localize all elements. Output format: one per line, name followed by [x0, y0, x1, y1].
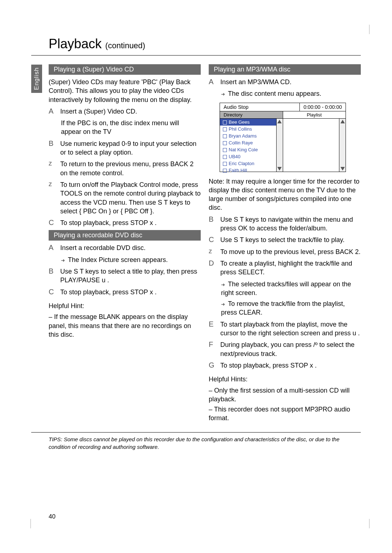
step-marker: A — [49, 243, 57, 252]
mp3-step-d-sub1: The selected tracks/files will appear on… — [209, 280, 361, 298]
scrollbar — [276, 119, 283, 172]
bullet-marker: z — [209, 247, 217, 256]
list-item: Collin Raye — [220, 139, 283, 146]
bullet-body: To turn on/off the Playback Control mode… — [60, 180, 201, 216]
page-number: 40 — [49, 513, 56, 520]
bullet-marker: z — [49, 180, 57, 216]
list-item: Bee Gees — [220, 119, 283, 126]
title-sub: (continued) — [105, 41, 145, 50]
section-heading-mp3: Playing an MP3/WMA disc — [209, 64, 361, 75]
menu-directory-pane: Directory Bee Gees Phil Collins Bryan Ad… — [220, 111, 283, 172]
hints-2: This recorder does not support MP3PRO au… — [209, 405, 361, 423]
mp3-step-e: E To start playback from the playlist, m… — [209, 320, 361, 338]
bullet-marker: z — [49, 160, 57, 177]
step-marker: B — [49, 267, 57, 285]
arrow-down-icon — [277, 167, 282, 171]
mp3-note: Note: It may require a longer time for t… — [209, 177, 361, 212]
hints-title: Helpful Hints: — [209, 375, 361, 384]
dvd-step-a-sub: The Index Picture screen appears. — [49, 255, 201, 264]
mp3-step-c: C Use S T keys to select the track/file … — [209, 235, 361, 244]
bullet-z: z To move up to the previous level, pres… — [209, 247, 361, 256]
hints-1: Only the ﬁrst session of a multi-session… — [209, 386, 361, 404]
bullet-body: To return to the previous menu, press BA… — [60, 160, 201, 177]
step-marker: F — [209, 340, 217, 358]
step-marker: A — [209, 78, 217, 86]
tips-text: Some discs cannot be played on this reco… — [49, 436, 339, 450]
step-body: During playback, you can press /º to sel… — [220, 340, 361, 358]
arrow-up-icon — [340, 120, 345, 123]
step-marker: C — [49, 218, 57, 227]
manual-page: English Playback (continued) Playing a (… — [31, 36, 361, 520]
bullet-z: z To return to the previous menu, press … — [49, 160, 201, 177]
step-marker: C — [49, 288, 57, 296]
menu-status-left: Audio Stop — [220, 103, 300, 111]
step-marker: G — [209, 361, 217, 370]
bullet-z: z To turn on/off the Playback Control mo… — [49, 180, 201, 216]
step-c: C To stop playback, press STOP x . — [49, 218, 201, 227]
list-item: Faith Hill — [220, 167, 283, 174]
step-a: A Insert a (Super) Video CD. — [49, 107, 201, 116]
page-title: Playback (continued) — [31, 36, 361, 56]
dvd-step-c: C To stop playback, press STOP x . — [49, 288, 201, 296]
hint-title: Helpful Hint: — [49, 302, 201, 310]
mp3-step-f: F During playback, you can press /º to s… — [209, 340, 361, 358]
step-marker: B — [49, 139, 57, 157]
crop-mark — [369, 519, 369, 528]
mp3-step-a-sub: The disc content menu appears. — [209, 89, 361, 98]
section-heading-dvd: Playing a recordable DVD disc — [49, 230, 201, 241]
list-item: UB40 — [220, 153, 283, 160]
list-item: Phil Collins — [220, 126, 283, 132]
step-body: To stop playback, press STOP x . — [60, 218, 201, 227]
arrow-down-icon — [340, 167, 345, 171]
hint-body: If the message BLANK appears on the disp… — [49, 312, 201, 339]
svcd-intro: (Super) Video CDs may feature 'PBC' (Pla… — [49, 78, 201, 104]
list-item: Eric Clapton — [220, 160, 283, 167]
step-marker: A — [49, 107, 57, 116]
mp3-step-b: B Use S T keys to navigate within the me… — [209, 215, 361, 233]
left-column: Playing a (Super) Video CD (Super) Video… — [49, 62, 201, 424]
list-item: Bryan Adams — [220, 132, 283, 139]
step-marker: D — [209, 259, 217, 277]
scrollbar — [339, 119, 346, 172]
arrow-up-icon — [277, 120, 282, 123]
menu-playlist-head: Playlist — [283, 111, 346, 119]
menu-directory-list: Bee Gees Phil Collins Bryan Adams Collin… — [220, 119, 283, 174]
tips-label: TIPS: — [49, 436, 62, 442]
step-body: Use S T keys to select a title to play, … — [60, 267, 201, 285]
crop-mark — [30, 519, 31, 528]
step-body: Insert a (Super) Video CD. — [60, 107, 201, 116]
menu-directory-head: Directory — [220, 111, 283, 119]
step-marker: E — [209, 320, 217, 338]
dvd-step-a: A Insert a recordable DVD disc. — [49, 243, 201, 252]
mp3-step-a: A Insert an MP3/WMA CD. — [209, 78, 361, 86]
step-body: To stop playback, press STOP x . — [60, 288, 201, 296]
step-body: Insert a recordable DVD disc. — [60, 243, 201, 252]
tips-footer: TIPS: Some discs cannot be played on thi… — [31, 432, 361, 451]
step-marker: B — [209, 215, 217, 233]
step-marker: C — [209, 235, 217, 244]
menu-status-right: 0:00:00 - 0:00:00 — [300, 103, 346, 111]
step-body: Use S T keys to select the track/file to… — [220, 235, 361, 244]
mp3-step-d: D To create a playlist, highlight the tr… — [209, 259, 361, 277]
step-body: Use S T keys to navigate within the menu… — [220, 215, 361, 233]
step-body: To start playback from the playlist, mov… — [220, 320, 361, 338]
dvd-step-b: B Use S T keys to select a title to play… — [49, 267, 201, 285]
mp3-step-d-sub2: To remove the track/file from the playli… — [209, 299, 361, 317]
menu-playlist-pane: Playlist — [283, 111, 346, 172]
disc-content-menu: Audio Stop 0:00:00 - 0:00:00 Directory B… — [220, 103, 346, 172]
step-a-note: If the PBC is on, the disc index menu wi… — [49, 119, 201, 136]
list-item: Nat King Cole — [220, 146, 283, 153]
step-body: Use numeric keypad 0-9 to input your sel… — [60, 139, 201, 157]
section-heading-svcd: Playing a (Super) Video CD — [49, 64, 201, 75]
step-b: B Use numeric keypad 0-9 to input your s… — [49, 139, 201, 157]
step-body: To create a playlist, highlight the trac… — [220, 259, 361, 277]
title-main: Playback — [49, 36, 102, 51]
step-body: To stop playback, press STOP x . — [220, 361, 361, 370]
mp3-step-g: G To stop playback, press STOP x . — [209, 361, 361, 370]
crop-mark — [369, 25, 369, 34]
right-column: Playing an MP3/WMA disc A Insert an MP3/… — [209, 62, 361, 424]
step-body: Insert an MP3/WMA CD. — [220, 78, 361, 86]
bullet-body: To move up to the previous level, press … — [220, 247, 361, 256]
language-tab: English — [31, 65, 42, 93]
